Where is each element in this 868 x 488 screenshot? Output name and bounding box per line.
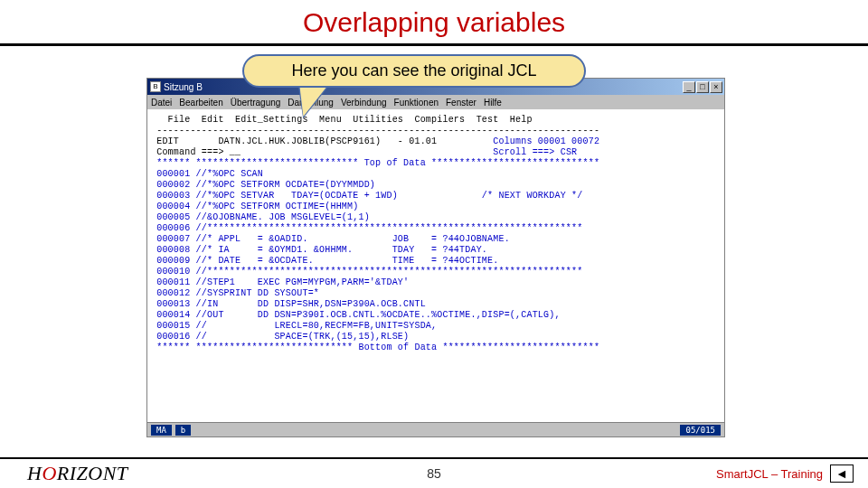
editor-line: 000012 //SYSPRINT DD SYSOUT=* xyxy=(151,288,319,298)
editor-body[interactable]: File Edit Edit_Settings Menu Utilities C… xyxy=(147,109,724,422)
editor-line: 000006 //*******************************… xyxy=(151,223,582,233)
window-icon: B xyxy=(150,81,161,92)
editor-line: 000015 // LRECL=80,RECFM=FB,UNIT=SYSDA, xyxy=(151,321,437,331)
editor-line: 000016 // SPACE=(TRK,(15,15),RLSE) xyxy=(151,332,409,342)
editor-menu-row: File Edit Edit_Settings Menu Utilities C… xyxy=(151,115,533,125)
editor-line: 000014 //OUT DD DSN=P390I.OCB.CNTL.%OCDA… xyxy=(151,310,561,320)
editor-line: 000005 //&OJOBNAME. JOB MSGLEVEL=(1,1) xyxy=(151,212,370,222)
editor-line: 000011 //STEP1 EXEC PGM=MYPGM,PARM='&TDA… xyxy=(151,277,409,287)
menu-item[interactable]: Hilfe xyxy=(484,98,502,108)
status-position: 05/015 xyxy=(680,425,721,436)
editor-line: 000001 //*%OPC SCAN xyxy=(151,169,263,179)
brand-logo: HORIZONT xyxy=(27,462,128,485)
editor-line: 000003 //*%OPC SETVAR TDAY=(OCDATE + 1WD… xyxy=(151,191,582,201)
menu-item[interactable]: Funktionen xyxy=(394,98,439,108)
slide-title: Overlapping variables xyxy=(0,0,868,43)
scroll-indicator: Scroll ===> CSR xyxy=(493,147,577,157)
back-icon[interactable]: ◄ xyxy=(830,465,854,483)
minimize-button[interactable]: _ xyxy=(683,81,695,93)
menu-item[interactable]: Fenster xyxy=(446,98,476,108)
window-menubar: Datei Bearbeiten Übertragung Darstellung… xyxy=(147,95,724,109)
editor-line: ****** **************************** Bott… xyxy=(151,343,599,352)
course-name: SmartJCL – Training xyxy=(716,467,823,481)
editor-line: 000002 //*%OPC SETFORM OCDATE=(DYYMMDD) xyxy=(151,180,375,190)
editor-line: 000008 //* IA = &OYMD1. &OHHMM. TDAY = ?… xyxy=(151,245,487,255)
callout-bubble: Here you can see the original JCL xyxy=(242,54,586,88)
window-statusbar: MA b 05/015 xyxy=(147,422,724,436)
editor-line: 000010 //*******************************… xyxy=(151,267,582,277)
editor-line: 000007 //* APPL = &OADID. JOB = ?44OJOBN… xyxy=(151,234,510,244)
slide-footer: HORIZONT 85 SmartJCL – Training ◄ xyxy=(0,459,868,488)
status-session: b xyxy=(175,425,191,436)
page-number: 85 xyxy=(427,466,441,481)
maximize-button[interactable]: □ xyxy=(696,81,709,93)
terminal-window: B Sitzung B _ □ × Datei Bearbeiten Übert… xyxy=(146,78,725,437)
status-ma: MA xyxy=(151,425,172,436)
editor-line: 000009 //* DATE = &OCDATE. TIME = ?44OCT… xyxy=(151,256,498,266)
menu-item[interactable]: Bearbeiten xyxy=(179,98,222,108)
editor-separator: ----------------------------------------… xyxy=(151,126,599,136)
editor-line: 000004 //*%OPC SETFORM OCTIME=(HHMM) xyxy=(151,202,358,211)
editor-info-left: EDIT DATN.JCL.HUK.JOBLIB(PSCP9161) - 01.… xyxy=(151,136,437,146)
editor-info-right: Columns 00001 00072 xyxy=(493,136,599,146)
command-prompt[interactable]: Command ===> __ xyxy=(151,147,241,157)
window-title: Sitzung B xyxy=(164,82,203,92)
menu-item[interactable]: Verbindung xyxy=(341,98,387,108)
menu-item[interactable]: Übertragung xyxy=(231,98,281,108)
close-button[interactable]: × xyxy=(710,81,722,93)
editor-line: ****** ***************************** Top… xyxy=(151,158,599,168)
editor-line: 000013 //IN DD DISP=SHR,DSN=P390A.OCB.CN… xyxy=(151,299,426,309)
menu-item[interactable]: Datei xyxy=(151,98,172,108)
title-underline xyxy=(0,43,868,46)
